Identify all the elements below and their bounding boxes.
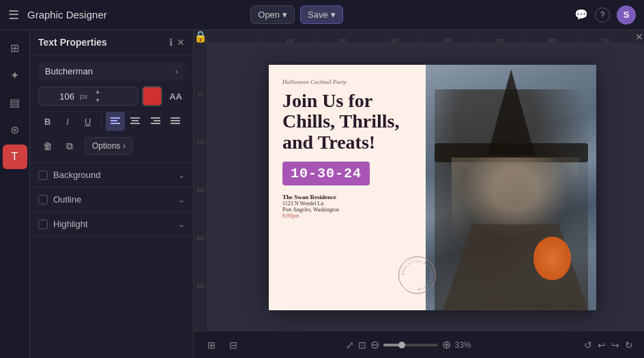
- zoom-slider[interactable]: [383, 344, 438, 346]
- circle-badge-svg: BELLA (131) PRESENTS BYOB: [399, 256, 435, 294]
- italic-button[interactable]: I: [58, 112, 76, 131]
- history-back-icon[interactable]: ↺: [584, 340, 592, 350]
- highlight-arrow-icon: ⌄: [178, 220, 185, 229]
- background-label: Background: [53, 170, 178, 180]
- avatar[interactable]: S: [617, 5, 636, 25]
- color-swatch[interactable]: [142, 86, 162, 106]
- sidebar-item-layers[interactable]: ⊞: [3, 35, 27, 60]
- options-button[interactable]: Options ›: [85, 137, 133, 155]
- ruler-mark-v: 50: [194, 93, 207, 140]
- svg-rect-4: [130, 117, 140, 119]
- sidebar-item-elements[interactable]: ✦: [3, 63, 27, 87]
- text-case-icon[interactable]: AA: [166, 89, 185, 104]
- font-size-down[interactable]: ▼: [92, 96, 104, 105]
- zoom-percent: 33%: [455, 340, 479, 350]
- grid-icon[interactable]: ⊟: [226, 337, 240, 353]
- close-icon[interactable]: ✕: [177, 37, 185, 48]
- options-arrow-icon: ›: [123, 141, 126, 151]
- ruler-mark: 100: [263, 38, 315, 43]
- ruler-mark: 200: [315, 38, 368, 43]
- properties-panel: Text Properties ℹ ✕ Butcherman › px ▲ ▼: [30, 30, 194, 358]
- align-justify-icon: [171, 117, 180, 125]
- font-section: Butcherman › px ▲ ▼ AA B I U: [30, 55, 193, 163]
- svg-rect-9: [151, 123, 160, 124]
- highlight-label: Highlight: [53, 219, 178, 229]
- help-icon[interactable]: ?: [595, 8, 610, 23]
- bottom-bar: ⊞ ⊟ ⤢ ⊡ ⊖ ⊕ 33% ↺ ↩ ↪ ↻: [194, 331, 644, 358]
- svg-rect-1: [111, 120, 117, 121]
- info-icon[interactable]: ℹ: [169, 37, 173, 48]
- menu-icon[interactable]: ☰: [8, 8, 19, 23]
- font-size-up[interactable]: ▲: [92, 87, 104, 96]
- highlight-checkbox[interactable]: [38, 220, 48, 229]
- circle-badge: BELLA (131) PRESENTS BYOB: [398, 256, 436, 294]
- app-title: Graphic Designer: [27, 9, 242, 20]
- align-justify-button[interactable]: [166, 112, 185, 131]
- save-label: Save: [308, 10, 328, 20]
- delete-button[interactable]: 🗑: [38, 136, 57, 155]
- redo-icon[interactable]: ↪: [611, 340, 619, 350]
- background-section[interactable]: Background ⌄: [30, 163, 193, 188]
- ruler-strip-h: 100 200 300 400 500 600 700: [207, 30, 633, 43]
- pumpkin: [533, 237, 571, 281]
- font-size-input[interactable]: [39, 88, 80, 105]
- ruler-mark: 300: [368, 38, 420, 43]
- actions-row: 🗑 ⧉ Options ›: [38, 136, 185, 155]
- design-card[interactable]: Halloween Cocktail Party Join Us for Chi…: [269, 65, 596, 310]
- format-row: B I U: [38, 112, 185, 131]
- ruler-marks-v: 50 100 200 300 400: [194, 44, 207, 331]
- align-right-icon: [151, 117, 160, 125]
- panel-title: Text Properties: [38, 37, 165, 48]
- canvas-area: 🔒 100 200 300 400 500 600 700 ✕: [194, 30, 644, 358]
- sidebar-item-components[interactable]: ⊛: [3, 117, 27, 142]
- sidebar-item-templates[interactable]: ▤: [3, 90, 27, 115]
- icon-sidebar: ⊞ ✦ ▤ ⊛ T: [0, 30, 30, 358]
- ruler-corner: 🔒: [194, 30, 207, 44]
- save-button[interactable]: Save ▾: [300, 5, 343, 24]
- ruler-mark: 400: [420, 38, 473, 43]
- zoom-slider-thumb: [398, 342, 405, 348]
- svg-rect-11: [171, 120, 180, 121]
- topbar-icons: 💬 ? S: [574, 5, 636, 25]
- layers-icon[interactable]: ⊞: [205, 337, 218, 353]
- ruler-end: ✕: [633, 30, 644, 44]
- panel-header: Text Properties ℹ ✕: [30, 30, 193, 55]
- underline-button[interactable]: U: [78, 112, 97, 131]
- topbar: ☰ Graphic Designer Open ▾ Save ▾ 💬 ? S: [0, 0, 644, 30]
- bold-button[interactable]: B: [38, 112, 57, 131]
- fit-button[interactable]: ⤢: [346, 340, 354, 350]
- history-forward-icon[interactable]: ↻: [625, 340, 633, 350]
- close-canvas-icon[interactable]: ✕: [634, 30, 644, 44]
- chat-icon[interactable]: 💬: [574, 8, 588, 21]
- ruler-mark-v: 400: [194, 284, 207, 331]
- bottom-right-actions: ↺ ↩ ↪ ↻: [584, 340, 633, 350]
- duplicate-button[interactable]: ⧉: [60, 136, 79, 155]
- font-name-label: Butcherman: [45, 66, 93, 76]
- outline-arrow-icon: ⌄: [178, 195, 185, 205]
- headline-line2: Chills, Thrills,: [282, 110, 399, 132]
- zoom-in-button[interactable]: ⊕: [442, 338, 451, 351]
- align-right-button[interactable]: [146, 112, 164, 131]
- svg-rect-8: [153, 120, 160, 121]
- outline-section[interactable]: Outline ⌄: [30, 188, 193, 212]
- resize-button[interactable]: ⊡: [358, 340, 366, 350]
- save-chevron-icon: ▾: [331, 10, 336, 20]
- event-type: Halloween Cocktail Party: [282, 78, 419, 85]
- ruler-mark: 700: [578, 38, 630, 43]
- outline-checkbox[interactable]: [38, 195, 48, 205]
- zoom-out-button[interactable]: ⊖: [370, 338, 379, 351]
- open-button[interactable]: Open ▾: [250, 5, 295, 24]
- zoom-controls: ⤢ ⊡ ⊖ ⊕ 33%: [346, 338, 479, 351]
- align-left-button[interactable]: [106, 112, 124, 131]
- zoom-slider-fill: [383, 344, 400, 346]
- font-selector[interactable]: Butcherman ›: [38, 62, 185, 80]
- ruler-mark: 500: [473, 38, 525, 43]
- sidebar-item-text[interactable]: T: [3, 145, 27, 169]
- align-center-button[interactable]: [126, 112, 145, 131]
- highlight-section[interactable]: Highlight ⌄: [30, 212, 193, 237]
- undo-icon[interactable]: ↩: [598, 340, 606, 350]
- svg-rect-6: [130, 123, 140, 124]
- background-checkbox[interactable]: [38, 170, 48, 180]
- ruler-mark-v: [194, 44, 207, 93]
- align-center-icon: [130, 117, 140, 125]
